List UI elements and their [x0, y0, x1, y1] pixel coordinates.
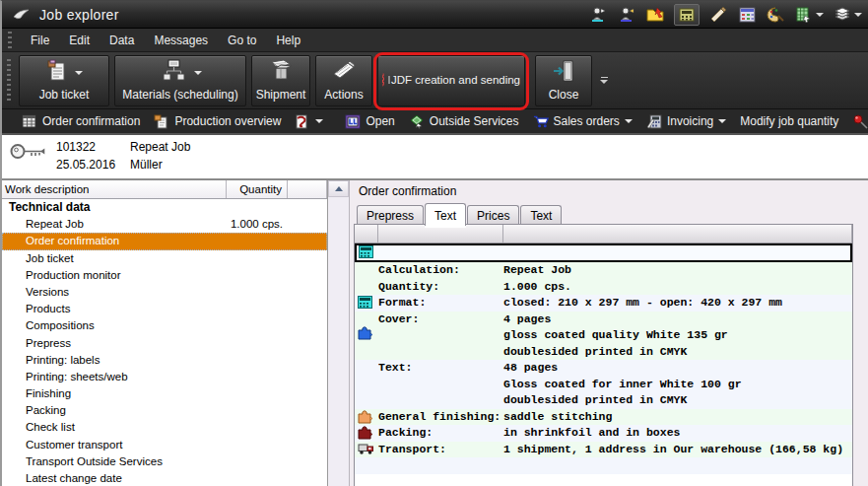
tab-text-2[interactable]: Text — [520, 205, 562, 226]
chevron-down-icon — [854, 13, 862, 17]
selected-row[interactable] — [355, 243, 852, 262]
materials-label: Materials (scheduling) — [122, 88, 237, 102]
title-bar: Job explorer — [2, 1, 868, 29]
nav-sales-orders[interactable]: Sales orders — [526, 111, 639, 132]
calculator-icon[interactable] — [674, 4, 700, 26]
column-blank — [288, 180, 327, 198]
tab-prepress[interactable]: Prepress — [357, 205, 424, 226]
toolbar-overflow-button[interactable] — [597, 58, 611, 104]
close-label: Close — [549, 88, 579, 102]
chevron-down-icon[interactable] — [75, 71, 83, 75]
job-header: 101322 25.05.2016 Repeat Job Müller — [2, 135, 868, 180]
nav-modify-status[interactable]: Modify status — [845, 111, 868, 132]
tree-item-latest-change-date[interactable]: Latest change date — [2, 470, 327, 486]
app-brush-icon — [12, 6, 32, 24]
detail-row-empty — [355, 457, 852, 474]
person-send-icon[interactable] — [588, 6, 608, 24]
detail-row-format[interactable]: Format:closed: 210 x 297 mm - open: 420 … — [355, 295, 852, 312]
nav-pdf-button[interactable] — [288, 111, 330, 132]
column-work-description[interactable]: Work description — [2, 180, 227, 198]
toolbar-grip[interactable] — [7, 59, 11, 103]
tree-item-customer-transport[interactable]: Customer transport — [2, 437, 327, 453]
broom-icon[interactable] — [708, 6, 728, 24]
materials-scheduling-button[interactable]: Materials (scheduling) — [114, 55, 246, 106]
detail-row-text[interactable]: Text:48 pages Gloss coated for inner Whi… — [355, 360, 852, 409]
job-ticket-button[interactable]: Job ticket — [19, 55, 109, 106]
menu-data[interactable]: Data — [100, 31, 143, 50]
table-grid-icon — [22, 114, 37, 129]
pages-icon — [331, 60, 357, 86]
detail-row-general-finishing[interactable]: General finishing:saddle stitching — [355, 409, 852, 426]
tab-text[interactable]: Text — [425, 203, 466, 226]
shipment-button[interactable]: Shipment — [251, 55, 310, 106]
tree-group-technical-data[interactable]: Technical data — [2, 199, 327, 216]
tree-item-production-monitor[interactable]: Production monitor — [2, 267, 327, 284]
calculator-icon — [359, 245, 373, 261]
tree-item-products[interactable]: Products — [2, 301, 327, 317]
tree-item-job-ticket[interactable]: Job ticket — [2, 250, 327, 267]
tree-item-compositions[interactable]: Compositions — [2, 317, 327, 334]
package-icon — [268, 59, 294, 87]
tree-item-versions[interactable]: Versions — [2, 284, 327, 301]
invoice-calculator-icon — [646, 114, 662, 129]
outside-services-icon — [409, 114, 425, 129]
tree-item-transport-outside-services[interactable]: Transport Outside Services — [2, 453, 327, 470]
pdf-icon — [295, 114, 310, 129]
document-icon — [154, 114, 169, 129]
puzzle-piece-orange-icon — [358, 410, 372, 427]
detail-row-packing[interactable]: Packing:in shrinkfoil and in boxes — [355, 425, 852, 442]
open-window-icon — [345, 114, 361, 129]
actions-button[interactable]: Actions — [315, 55, 372, 106]
menu-file[interactable]: File — [22, 31, 58, 50]
paper-stack-button[interactable] — [833, 6, 862, 24]
up-arrow-icon — [335, 186, 343, 191]
quantity-value: 1.000 cps. — [227, 216, 283, 233]
tree-item-finishing[interactable]: Finishing — [2, 385, 327, 402]
nav-modify-job-quantity[interactable]: Modify job quantity — [733, 111, 845, 131]
job-customer: Müller — [130, 158, 163, 172]
message-folder-icon[interactable] — [645, 6, 665, 24]
tree-item-order-confirmation[interactable]: Order confirmation — [2, 233, 327, 249]
nav-order-confirmation[interactable]: Order confirmation — [15, 111, 147, 132]
menu-messages[interactable]: Messages — [145, 31, 217, 50]
tree-item-packing[interactable]: Packing — [2, 402, 327, 419]
grid-calculator-icon[interactable] — [737, 6, 757, 24]
nav-production-overview[interactable]: Production overview — [147, 111, 288, 132]
tree-item-repeat-job[interactable]: Repeat Job1.000 cps. — [2, 216, 327, 233]
nav-open[interactable]: Open — [338, 111, 401, 132]
toolbar-grip[interactable] — [8, 32, 12, 47]
tab-bar: Prepress Text Prices Text — [350, 201, 868, 225]
nav-invoicing[interactable]: Invoicing — [639, 111, 733, 132]
detail-row-transport[interactable]: Transport:1 shipment, 1 address in Our w… — [355, 442, 852, 458]
tree-item-prepress[interactable]: Prepress — [2, 335, 327, 352]
column-quantity[interactable]: Quantity — [227, 180, 288, 198]
puzzle-piece-dark-red-icon — [358, 426, 372, 443]
chevron-down-icon — [718, 119, 726, 123]
table-export-button[interactable] — [794, 6, 824, 24]
nav-outside-services[interactable]: Outside Services — [402, 111, 526, 132]
job-ticket-label: Job ticket — [39, 88, 90, 102]
tree-item-printing-sheets-web[interactable]: Printing: sheets/web — [2, 369, 327, 385]
menu-help[interactable]: Help — [267, 31, 309, 50]
palette-icon[interactable] — [766, 6, 785, 24]
tree-item-printing-labels[interactable]: Printing: labels — [2, 352, 327, 369]
menu-go-to[interactable]: Go to — [219, 31, 265, 50]
tree-item-check-list[interactable]: Check list — [2, 419, 327, 436]
shopping-cart-icon — [533, 114, 549, 129]
menu-edit[interactable]: Edit — [60, 31, 99, 50]
panel-title: Order confirmation — [350, 180, 868, 201]
scroll-up-button[interactable] — [328, 180, 349, 197]
close-button[interactable]: Close — [535, 55, 592, 106]
nav-toolbar: Order confirmation Production overview O… — [2, 109, 868, 135]
person-receive-icon[interactable] — [617, 6, 636, 24]
detail-row-cover[interactable]: Cover:4 pages gloss coated quality White… — [355, 312, 852, 361]
exit-door-icon — [552, 59, 575, 87]
detail-row-calculation[interactable]: Calculation:Repeat Job Quantity:1.000 cp… — [355, 262, 852, 295]
jdf-creation-button[interactable]: JDF creation and sending — [377, 55, 525, 106]
tab-prices[interactable]: Prices — [467, 205, 519, 226]
chevron-down-icon[interactable] — [194, 71, 202, 75]
actions-label: Actions — [324, 88, 363, 102]
truck-icon — [358, 443, 374, 458]
job-date: 25.05.2016 — [56, 158, 115, 172]
vertical-scrollbar[interactable] — [328, 180, 350, 486]
